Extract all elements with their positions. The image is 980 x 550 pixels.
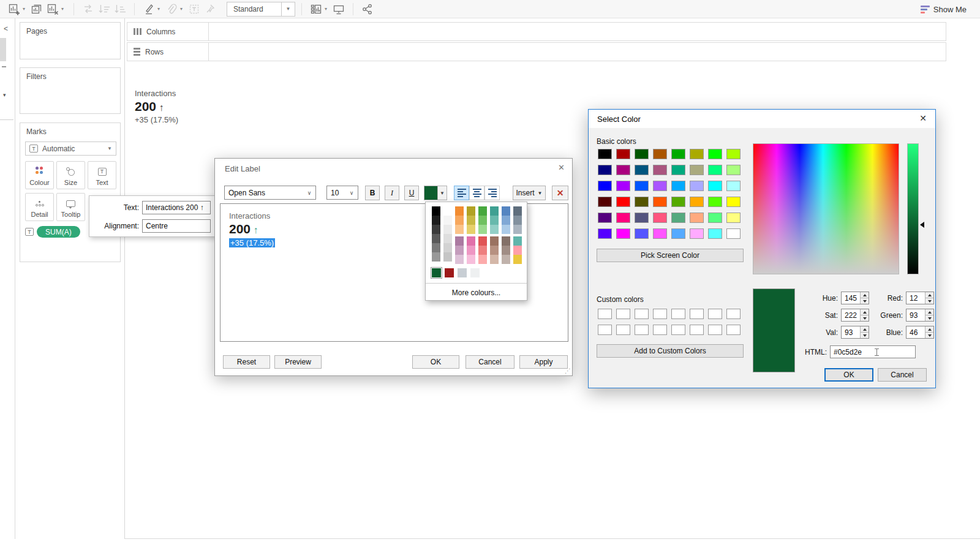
spinner-buttons[interactable] [925,292,933,304]
palette-color-cell[interactable] [490,236,499,246]
custom-color-swatch[interactable] [635,309,649,319]
basic-color-swatch[interactable] [708,228,722,239]
palette-color-cell[interactable] [502,216,510,225]
palette-color-cell[interactable] [490,255,499,264]
green-spinbox[interactable]: 93 [906,309,934,322]
spinner-buttons[interactable] [860,326,869,338]
basic-color-swatch[interactable] [635,197,649,207]
caret-down-icon[interactable]: ▾ [3,92,6,98]
highlight-button[interactable]: ▾ [141,1,164,17]
basic-color-swatch[interactable] [653,149,667,159]
basic-color-swatch[interactable] [653,197,667,207]
detail-button[interactable]: Detail [25,193,54,221]
resize-grip[interactable]: ⋰ [565,367,571,374]
basic-color-swatch[interactable] [671,228,685,239]
palette-color-cell[interactable] [443,225,452,234]
palette-color-cell[interactable] [513,255,522,264]
custom-color-swatch[interactable] [598,309,612,319]
close-icon[interactable]: ✕ [558,163,565,172]
palette-color-cell[interactable] [478,255,487,264]
basic-color-swatch[interactable] [598,228,612,239]
basic-color-swatch[interactable] [726,213,741,223]
reset-button[interactable]: Reset [223,355,270,369]
basic-color-swatch[interactable] [708,181,722,191]
value-slider[interactable] [907,143,919,274]
sat-spinbox[interactable]: 222 [841,309,869,322]
basic-color-swatch[interactable] [726,181,741,191]
cancel-button[interactable]: Cancel [466,355,514,369]
basic-color-swatch[interactable] [653,181,667,191]
custom-color-swatch[interactable] [708,309,722,319]
basic-color-swatch[interactable] [616,149,630,159]
sum-a-pill[interactable]: SUM(A) [37,226,80,238]
spinner-buttons[interactable] [860,309,869,321]
align-center-button[interactable] [469,186,484,200]
underline-button[interactable]: U [404,186,419,200]
palette-color-cell[interactable] [478,206,487,216]
palette-color-cell[interactable] [513,246,522,255]
palette-color-cell[interactable] [432,243,440,252]
sort-descending-button[interactable] [112,1,128,17]
basic-color-swatch[interactable] [708,213,722,223]
basic-color-swatch[interactable] [616,197,630,207]
apply-button[interactable]: Apply [519,355,568,369]
basic-color-swatch[interactable] [690,197,704,207]
fit-mode-select[interactable]: Standard ▼ [227,2,295,17]
basic-color-swatch[interactable] [671,213,685,223]
palette-color-cell[interactable] [455,206,464,216]
palette-color-cell[interactable] [478,236,487,246]
palette-color-cell[interactable] [443,252,452,262]
basic-color-swatch[interactable] [726,165,741,175]
duplicate-sheet-button[interactable] [29,1,45,17]
palette-color-cell[interactable] [432,206,440,216]
mark-type-select[interactable]: T Automatic ▼ [25,141,116,156]
spinner-buttons[interactable] [860,292,869,304]
palette-color-cell[interactable] [502,246,510,255]
palette-color-cell[interactable] [513,216,522,225]
basic-color-swatch[interactable] [635,213,649,223]
palette-color-cell[interactable] [478,216,487,225]
clear-formatting-button[interactable]: ✕ [552,186,568,200]
palette-color-cell[interactable] [467,225,475,234]
pages-shelf[interactable]: Pages [20,22,121,59]
bold-button[interactable]: B [365,186,380,200]
align-left-button[interactable] [454,186,469,200]
ok-button[interactable]: OK [824,368,873,382]
basic-color-swatch[interactable] [671,149,685,159]
basic-color-swatch[interactable] [616,181,630,191]
palette-color-cell[interactable] [502,225,510,234]
palette-color-cell[interactable] [443,234,452,243]
spinner-buttons[interactable] [925,326,933,338]
custom-color-swatch[interactable] [598,325,612,335]
cancel-button[interactable]: Cancel [878,368,927,382]
show-me-button[interactable]: Show Me [921,2,967,17]
basic-color-swatch[interactable] [690,181,704,191]
columns-shelf[interactable]: Columns [127,22,946,41]
palette-color-cell[interactable] [455,246,464,255]
palette-color-cell[interactable] [513,236,522,246]
label-alignment-field[interactable]: Centre [142,219,211,233]
palette-color-cell[interactable] [478,225,487,234]
basic-color-swatch[interactable] [616,228,630,239]
font-size-select[interactable]: 10 ∨ [326,186,358,200]
insert-button[interactable]: Insert ▼ [513,186,546,200]
custom-color-swatch[interactable] [708,325,722,335]
basic-color-swatch[interactable] [598,197,612,207]
basic-color-swatch[interactable] [690,213,704,223]
palette-color-cell[interactable] [490,206,499,216]
text-button[interactable]: T Text [88,161,116,189]
filters-shelf[interactable]: Filters [20,67,121,114]
basic-color-swatch[interactable] [671,197,685,207]
size-button[interactable]: Size [56,161,85,189]
font-color-button[interactable]: ▼ [424,186,447,200]
hue-saturation-picker[interactable] [753,143,899,274]
palette-color-cell[interactable] [513,225,522,234]
basic-color-swatch[interactable] [635,165,649,175]
basic-color-swatch[interactable] [708,197,722,207]
basic-color-swatch[interactable] [726,228,741,239]
palette-color-cell[interactable] [490,216,499,225]
basic-color-swatch[interactable] [653,228,667,239]
italic-button[interactable]: I [385,186,399,200]
custom-color-swatch[interactable] [616,309,630,319]
show-mark-labels-button[interactable] [186,1,202,17]
